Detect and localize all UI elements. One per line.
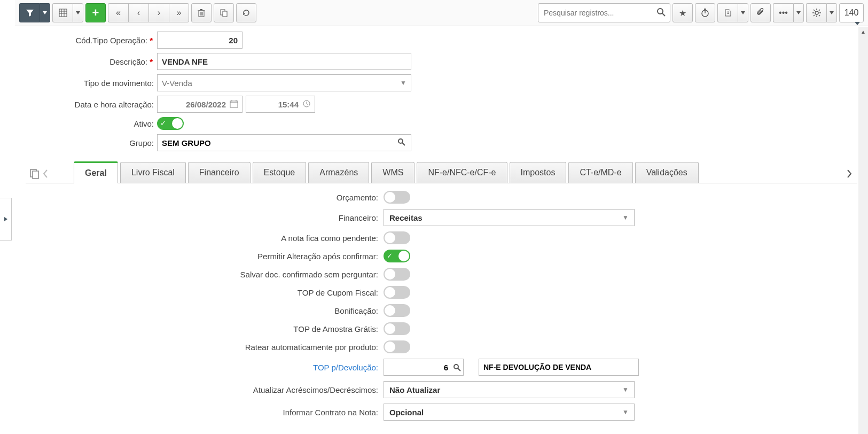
record-count[interactable]: 140 — [839, 3, 864, 22]
export-dropdown[interactable] — [738, 3, 748, 22]
top-amostra-toggle[interactable] — [384, 322, 410, 335]
ratear-toggle[interactable] — [384, 340, 410, 353]
label-top-devolucao[interactable]: TOP p/Devolução: — [26, 363, 378, 372]
tab-estoque[interactable]: Estoque — [253, 162, 307, 183]
more-button[interactable]: ••• — [773, 3, 793, 22]
label-informar-contrato: Informar Contrato na Nota: — [26, 408, 378, 417]
label-ratear: Ratear automaticamente por produto: — [26, 343, 378, 352]
financeiro-value: Receitas — [389, 213, 423, 222]
settings-button[interactable] — [806, 3, 826, 22]
svg-line-31 — [458, 368, 460, 371]
salvar-sem-perguntar-toggle[interactable] — [384, 268, 410, 281]
orcamento-toggle[interactable] — [384, 191, 410, 204]
label-bonificacao: Bonificação: — [26, 306, 378, 315]
chevron-down-icon: ▼ — [400, 79, 406, 87]
tab-cte[interactable]: CT-e/MD-e — [568, 162, 632, 183]
tab-impostos[interactable]: Impostos — [510, 162, 567, 183]
attachment-button[interactable] — [750, 3, 771, 22]
permitir-alteracao-toggle[interactable]: ✓ — [384, 250, 410, 262]
hora-input[interactable] — [246, 96, 315, 113]
financeiro-select[interactable]: Receitas ▼ — [384, 209, 635, 226]
delete-button[interactable] — [191, 3, 212, 22]
chevron-down-icon: ▼ — [622, 408, 629, 416]
tab-wms[interactable]: WMS — [371, 162, 415, 183]
copy-button[interactable] — [214, 3, 234, 22]
prev-record-button[interactable]: ‹ — [128, 3, 148, 22]
svg-point-18 — [815, 11, 818, 14]
form-header: Cód.Tipo Operação: * Descrição: * Tipo d… — [15, 26, 868, 183]
add-button[interactable]: + — [85, 3, 106, 22]
grid-view-button[interactable] — [52, 3, 73, 22]
atualizar-acrescimos-value: Não Atualizar — [389, 385, 440, 394]
label-top-cupom: TOP de Cupom Fiscal: — [26, 288, 378, 297]
nota-pendente-toggle[interactable] — [384, 231, 410, 244]
label-grupo: Grupo: — [26, 138, 154, 148]
timer-button[interactable] — [695, 3, 715, 22]
atualizar-acrescimos-select[interactable]: Não Atualizar ▼ — [384, 381, 635, 398]
settings-dropdown[interactable] — [826, 3, 837, 22]
descricao-input[interactable] — [157, 53, 411, 70]
more-dropdown[interactable] — [793, 3, 804, 22]
svg-rect-0 — [59, 9, 67, 17]
grupo-input[interactable] — [157, 134, 411, 151]
label-top-amostra: TOP de Amostra Grátis: — [26, 324, 378, 334]
chevron-down-icon: ▼ — [622, 214, 629, 221]
label-orcamento: Orçamento: — [26, 193, 378, 202]
tipo-movimento-select[interactable]: V-Venda ▼ — [157, 74, 411, 91]
label-salvar-sem-perguntar: Salvar doc. confirmado sem perguntar: — [26, 270, 378, 279]
favorite-button[interactable]: ★ — [672, 3, 693, 22]
filter-dropdown[interactable] — [40, 3, 50, 22]
toolbar: + « ‹ › » ★ — [15, 0, 868, 26]
grid-view-dropdown[interactable] — [73, 3, 83, 22]
tabstrip: Geral Livro Fiscal Financeiro Estoque Ar… — [26, 161, 857, 183]
svg-rect-29 — [33, 171, 38, 179]
last-record-button[interactable]: » — [169, 3, 189, 22]
tab-livro-fiscal[interactable]: Livro Fiscal — [120, 162, 186, 183]
data-input[interactable] — [157, 96, 243, 113]
tab-scroll-right[interactable] — [846, 168, 853, 180]
top-cupom-toggle[interactable] — [384, 286, 410, 299]
tab-financeiro[interactable]: Financeiro — [188, 162, 251, 183]
label-ativo: Ativo: — [26, 119, 154, 128]
scroll-up-icon: ▲ — [858, 27, 868, 36]
export-button[interactable] — [717, 3, 738, 22]
tab-validacoes[interactable]: Validações — [635, 162, 699, 183]
svg-line-14 — [662, 13, 665, 16]
label-data-alteracao: Data e hora alteração: — [26, 100, 154, 109]
label-nota-pendente: A nota fica como pendente: — [26, 234, 378, 243]
label-tipo-movimento: Tipo de movimento: — [26, 79, 154, 88]
search-icon — [656, 7, 666, 17]
bonificacao-toggle[interactable] — [384, 304, 410, 317]
outer-scrollbar[interactable]: ▲ — [858, 27, 868, 434]
copy-tabs-icon[interactable] — [29, 168, 41, 180]
top-devolucao-desc-input[interactable] — [479, 359, 639, 376]
tab-geral[interactable]: Geral — [74, 161, 118, 183]
left-panel-expand[interactable] — [0, 198, 12, 241]
top-devolucao-code-input[interactable] — [384, 359, 464, 376]
informar-contrato-select[interactable]: Opcional ▼ — [384, 404, 635, 421]
tipo-movimento-value: V-Venda — [162, 79, 192, 88]
svg-point-13 — [658, 9, 663, 14]
next-record-button[interactable]: › — [148, 3, 169, 22]
label-descricao: Descrição: * — [26, 57, 154, 66]
chevron-down-icon: ▼ — [622, 386, 629, 393]
codigo-input[interactable] — [157, 32, 243, 49]
search-input[interactable] — [538, 3, 670, 22]
tab-content-geral: Orçamento: Financeiro: Receitas ▼ A nota… — [15, 183, 868, 434]
label-atualizar-acrescimos: Atualizar Acréscimos/Decréscimos: — [26, 385, 378, 394]
tab-nfe[interactable]: NF-e/NFC-e/CF-e — [417, 162, 507, 183]
label-permitir-alteracao: Permitir Alteração após confirmar: — [26, 252, 378, 261]
refresh-button[interactable] — [236, 3, 256, 22]
svg-rect-12 — [223, 11, 227, 17]
tab-scroll-left[interactable] — [42, 168, 49, 180]
svg-point-30 — [454, 365, 458, 369]
filter-button[interactable] — [19, 3, 40, 22]
informar-contrato-value: Opcional — [389, 408, 424, 417]
ativo-toggle[interactable]: ✓ — [157, 117, 184, 130]
label-financeiro: Financeiro: — [26, 213, 378, 222]
first-record-button[interactable]: « — [108, 3, 128, 22]
search-icon — [453, 363, 462, 372]
label-codigo: Cód.Tipo Operação: * — [26, 36, 154, 45]
tab-armazens[interactable]: Armazéns — [308, 162, 369, 183]
